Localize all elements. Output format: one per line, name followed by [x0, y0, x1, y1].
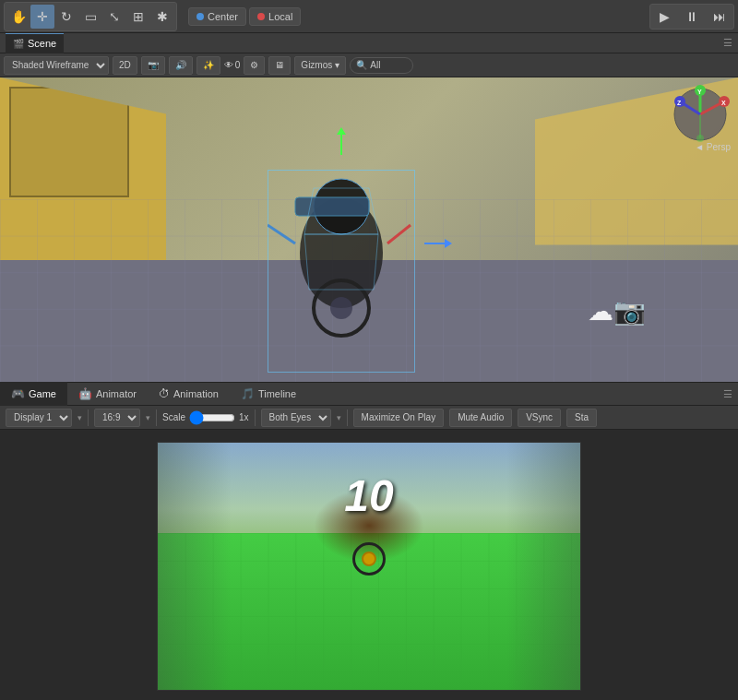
scale-group: Scale 1x [162, 410, 249, 425]
scene-character [258, 151, 424, 336]
timeline-tab[interactable]: 🎵 Timeline [230, 382, 307, 406]
step-button[interactable]: ⏭ [706, 5, 733, 29]
bike-wheel [352, 542, 386, 575]
svg-text:Z: Z [677, 100, 682, 106]
eyes-dropdown-icon: ▾ [337, 413, 341, 422]
animator-tab-icon: 🤖 [78, 387, 92, 400]
gizmo-widget[interactable]: Y X Z [671, 85, 731, 145]
svg-line-6 [268, 225, 295, 243]
rect-tool-button[interactable]: ▭ [78, 5, 102, 29]
center-dot-icon [196, 13, 204, 20]
tool-group-transform: ✋ ✛ ↻ ▭ ⤡ ⊞ ✱ [4, 2, 177, 31]
center-label: Center [208, 11, 238, 22]
wall-panel-decoration [9, 87, 129, 197]
local-dot-icon [257, 13, 265, 20]
layer-count-group: 👁 0 [224, 60, 241, 70]
stats-button[interactable]: Sta [566, 409, 597, 427]
display-select[interactable]: Display 1 [6, 409, 72, 427]
scene-search-input[interactable] [370, 60, 407, 70]
scale-tool-button[interactable]: ⤡ [102, 5, 126, 29]
game-tab-icon: 🎮 [11, 387, 25, 400]
transform-y-arrow [340, 133, 342, 155]
audio-icon-button[interactable]: 🔊 [169, 56, 193, 75]
scale-slider[interactable] [189, 410, 235, 425]
svg-text:X: X [721, 100, 726, 106]
game-right-wall [506, 443, 580, 690]
game-tab-label: Game [29, 388, 56, 399]
bottom-panel-tabs: 🎮 Game 🤖 Animator ⏱ Animation 🎵 Timeline… [0, 382, 738, 406]
scale-label: Scale [162, 412, 185, 422]
camera-icon-button[interactable]: 📷 [141, 56, 165, 75]
scene-toolbar: Shaded Wireframe 2D 📷 🔊 ✨ 👁 0 ⚙ 🖥 Gizmos… [0, 53, 738, 77]
play-button[interactable]: ▶ [650, 5, 678, 29]
mute-audio-button[interactable]: Mute Audio [449, 409, 512, 427]
animator-tab[interactable]: 🤖 Animator [67, 382, 148, 406]
aspect-dropdown-icon: ▾ [146, 413, 150, 422]
character-svg [268, 160, 415, 345]
timeline-tab-icon: 🎵 [241, 387, 255, 400]
local-button[interactable]: Local [249, 7, 301, 26]
settings-tool-button[interactable]: ✱ [150, 5, 174, 29]
move-tool-button[interactable]: ✛ [30, 5, 54, 29]
rotate-tool-button[interactable]: ↻ [54, 5, 78, 29]
scene-search-box: 🔍 [350, 57, 413, 74]
timeline-tab-label: Timeline [258, 388, 296, 399]
animation-tab-icon: ⏱ [159, 387, 170, 400]
svg-rect-3 [295, 197, 369, 216]
fx-button[interactable]: ✨ [196, 56, 220, 75]
separator-4 [347, 409, 348, 426]
separator-2 [156, 409, 157, 426]
both-eyes-select[interactable]: Both Eyes [261, 409, 331, 427]
layer-count: 0 [235, 60, 241, 70]
svg-text:Y: Y [697, 89, 702, 95]
svg-line-7 [387, 225, 411, 243]
gizmos-dropdown-icon: ▾ [335, 60, 339, 70]
gizmos-button[interactable]: Gizmos ▾ [294, 56, 346, 75]
game-viewport: 10 [0, 430, 738, 700]
center-button[interactable]: Center [188, 7, 246, 26]
svg-point-19 [696, 135, 704, 142]
eye-icon: 👁 [224, 60, 233, 70]
local-label: Local [268, 11, 292, 22]
persp-label: ◄ Persp [695, 142, 731, 152]
transform-tool-button[interactable]: ⊞ [126, 5, 150, 29]
pivot-group: Center Local [188, 7, 304, 26]
maximize-on-play-button[interactable]: Maximize On Play [353, 409, 445, 427]
hand-tool-button[interactable]: ✋ [6, 5, 30, 29]
scene-panel-header: 🎬 Scene ☰ [0, 33, 738, 53]
pause-button[interactable]: ⏸ [678, 5, 706, 29]
bottom-panel-menu-icon[interactable]: ☰ [723, 388, 738, 400]
gizmos-label: Gizmos [301, 60, 332, 70]
scene-panel-menu-icon[interactable]: ☰ [723, 37, 732, 49]
svg-point-5 [330, 297, 352, 319]
display-button[interactable]: 🖥 [268, 56, 291, 75]
separator-1 [88, 409, 89, 426]
bike-hub [362, 552, 376, 566]
display-dropdown-icon: ▾ [77, 413, 82, 422]
animator-tab-label: Animator [96, 388, 137, 399]
scene-tab-icon: 🎬 [13, 39, 24, 49]
scene-tab-label: Scene [28, 38, 56, 49]
game-left-wall [158, 443, 232, 690]
animation-tab-label: Animation [173, 388, 219, 399]
game-bike-character [351, 542, 387, 598]
tools-button[interactable]: ⚙ [244, 56, 265, 75]
transform-x-arrow [424, 243, 446, 244]
game-score: 10 [344, 470, 393, 521]
game-screen: 10 [157, 442, 581, 691]
play-controls: ▶ ⏸ ⏭ [649, 4, 734, 30]
main-toolbar: ✋ ✛ ↻ ▭ ⤡ ⊞ ✱ Center Local ▶ ⏸ ⏭ [0, 0, 738, 33]
scene-viewport: ☁📷 Y X Z ◄ Persp [0, 77, 738, 382]
aspect-select[interactable]: 16:9 [94, 409, 140, 427]
search-icon: 🔍 [356, 60, 367, 70]
scale-value: 1x [239, 412, 249, 422]
scene-tab[interactable]: 🎬 Scene [6, 33, 64, 53]
vsync-button[interactable]: VSync [518, 409, 561, 427]
view-mode-select[interactable]: Shaded Wireframe [4, 56, 109, 75]
animation-tab[interactable]: ⏱ Animation [148, 382, 230, 406]
separator-3 [255, 409, 256, 426]
game-tab[interactable]: 🎮 Game [0, 382, 67, 406]
2d-toggle-button[interactable]: 2D [113, 56, 137, 75]
game-toolbar: Display 1 ▾ 16:9 ▾ Scale 1x Both Eyes ▾ … [0, 406, 738, 430]
cloud-icon: ☁📷 [588, 296, 646, 326]
